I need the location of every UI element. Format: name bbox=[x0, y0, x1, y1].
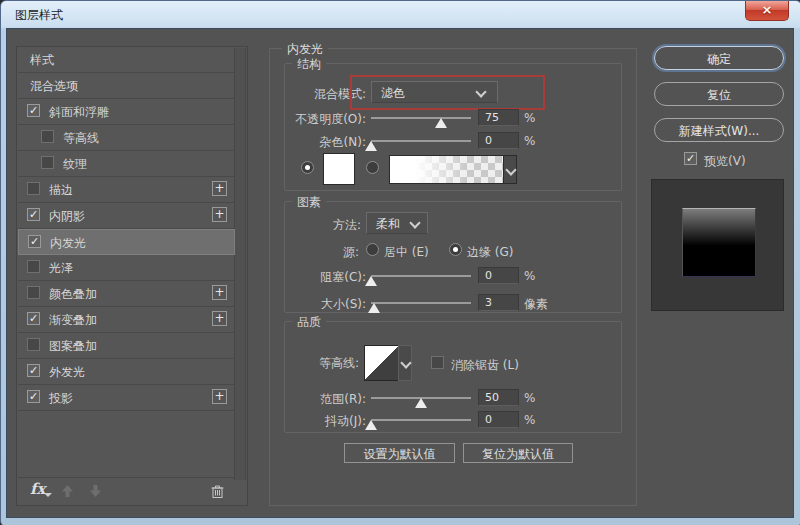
choke-slider[interactable] bbox=[371, 275, 471, 277]
add-stroke-button[interactable]: + bbox=[212, 181, 227, 196]
noise-slider-thumb[interactable] bbox=[365, 141, 377, 151]
checkbox-satin[interactable] bbox=[27, 260, 40, 273]
check-icon: ✓ bbox=[30, 235, 39, 248]
range-input[interactable]: 50 bbox=[478, 389, 519, 406]
choke-unit: % bbox=[524, 269, 535, 283]
glow-gradient-radio[interactable] bbox=[366, 161, 379, 174]
check-icon: ✓ bbox=[29, 104, 38, 117]
size-slider[interactable] bbox=[371, 302, 471, 304]
opacity-unit: % bbox=[524, 111, 535, 125]
sidebar-item-pattern-overlay[interactable]: 图案叠加 bbox=[18, 333, 235, 359]
chevron-down-icon bbox=[400, 357, 411, 368]
style-preview-panel bbox=[651, 179, 784, 311]
add-inner-shadow-button[interactable]: + bbox=[212, 207, 227, 222]
sidebar-item-bevel-emboss[interactable]: ✓斜面和浮雕 bbox=[18, 99, 235, 125]
add-drop-shadow-button[interactable]: + bbox=[212, 389, 227, 404]
noise-slider[interactable] bbox=[371, 140, 471, 142]
sidebar-item-texture[interactable]: 纹理 bbox=[18, 151, 235, 177]
opacity-input[interactable]: 75 bbox=[478, 109, 519, 126]
annotation-red-box bbox=[350, 75, 545, 110]
jitter-slider[interactable] bbox=[371, 419, 471, 421]
contour-thumbnail[interactable] bbox=[364, 345, 399, 381]
chevron-down-icon bbox=[505, 164, 516, 175]
opacity-label: 不透明度(O): bbox=[271, 111, 366, 128]
sidebar-item-inner-shadow[interactable]: ✓内阴影+ bbox=[18, 203, 235, 229]
style-list-panel: 样式 混合选项 ✓斜面和浮雕 等高线 纹理 描边+ ✓内阴影+ ✓内发光 光泽 … bbox=[16, 46, 248, 506]
source-edge-radio[interactable] bbox=[449, 243, 462, 256]
layer-style-dialog: 图层样式 × 样式 混合选项 ✓斜面和浮雕 等高线 纹理 描边+ ✓内阴影+ ✓… bbox=[0, 0, 800, 525]
choke-slider-thumb[interactable] bbox=[365, 276, 377, 286]
glow-gradient-bar[interactable] bbox=[389, 155, 504, 184]
sidebar-item-inner-glow[interactable]: ✓内发光 bbox=[18, 229, 235, 255]
sidebar-item-satin[interactable]: 光泽 bbox=[18, 255, 235, 281]
size-input[interactable]: 3 bbox=[478, 294, 519, 311]
add-color-overlay-button[interactable]: + bbox=[212, 285, 227, 300]
quality-group-title: 品质 bbox=[292, 314, 326, 331]
jitter-input[interactable]: 0 bbox=[478, 411, 519, 428]
noise-label: 杂色(N): bbox=[271, 134, 366, 151]
checkbox-texture[interactable] bbox=[41, 156, 54, 169]
checkbox-bevel-emboss[interactable]: ✓ bbox=[27, 104, 40, 117]
checkbox-pattern-overlay[interactable] bbox=[27, 338, 40, 351]
gradient-picker-button[interactable] bbox=[503, 155, 517, 184]
glow-color-swatch[interactable] bbox=[323, 153, 355, 185]
choke-input[interactable]: 0 bbox=[478, 267, 519, 284]
sidebar-item-stroke[interactable]: 描边+ bbox=[18, 177, 235, 203]
check-icon: ✓ bbox=[29, 208, 38, 221]
technique-select[interactable]: 柔和 bbox=[366, 212, 428, 234]
add-gradient-overlay-button[interactable]: + bbox=[212, 311, 227, 326]
set-default-button[interactable]: 设置为默认值 bbox=[344, 443, 455, 463]
opacity-slider-thumb[interactable] bbox=[435, 118, 447, 128]
fx-menu-button[interactable]: fx bbox=[30, 480, 45, 498]
glow-color-radio[interactable] bbox=[301, 161, 314, 174]
checkbox-drop-shadow[interactable]: ✓ bbox=[27, 390, 40, 403]
elements-group-title: 图素 bbox=[292, 194, 326, 211]
close-button[interactable]: × bbox=[745, 1, 789, 21]
range-slider[interactable] bbox=[371, 397, 471, 399]
reset-default-button[interactable]: 复位为默认值 bbox=[463, 443, 573, 463]
sidebar-item-gradient-overlay[interactable]: ✓渐变叠加+ bbox=[18, 307, 235, 333]
range-label: 范围(R): bbox=[271, 391, 366, 408]
noise-unit: % bbox=[524, 134, 535, 148]
contour-picker-button[interactable] bbox=[398, 345, 412, 381]
size-slider-thumb[interactable] bbox=[368, 303, 380, 313]
checkbox-color-overlay[interactable] bbox=[27, 286, 40, 299]
checkbox-inner-glow[interactable]: ✓ bbox=[28, 235, 41, 248]
source-center-radio[interactable] bbox=[366, 243, 379, 256]
checkbox-contour[interactable] bbox=[41, 130, 54, 143]
sidebar-item-outer-glow[interactable]: ✓外发光 bbox=[18, 359, 235, 385]
sidebar-item-color-overlay[interactable]: 颜色叠加+ bbox=[18, 281, 235, 307]
move-up-icon[interactable] bbox=[60, 484, 75, 501]
checkbox-gradient-overlay[interactable]: ✓ bbox=[27, 312, 40, 325]
opacity-slider[interactable] bbox=[371, 117, 471, 119]
reset-button[interactable]: 复位 bbox=[654, 82, 784, 106]
style-preview-thumbnail bbox=[682, 208, 756, 277]
size-unit: 像素 bbox=[524, 296, 548, 313]
choke-label: 阻塞(C): bbox=[271, 269, 366, 286]
checkbox-stroke[interactable] bbox=[27, 182, 40, 195]
jitter-slider-thumb[interactable] bbox=[365, 420, 377, 430]
sidebar-item-styles[interactable]: 样式 bbox=[18, 47, 235, 73]
antialias-checkbox[interactable] bbox=[431, 356, 444, 369]
jitter-unit: % bbox=[524, 413, 535, 427]
ok-button[interactable]: 确定 bbox=[654, 46, 784, 70]
range-unit: % bbox=[524, 391, 535, 405]
style-list-scrollbar[interactable] bbox=[234, 48, 246, 480]
checkbox-inner-shadow[interactable]: ✓ bbox=[27, 208, 40, 221]
chevron-down-icon bbox=[409, 217, 420, 228]
checkbox-outer-glow[interactable]: ✓ bbox=[27, 364, 40, 377]
new-style-button[interactable]: 新建样式(W)... bbox=[654, 118, 784, 142]
sidebar-item-drop-shadow[interactable]: ✓投影+ bbox=[18, 385, 235, 411]
sidebar-item-blending-options[interactable]: 混合选项 bbox=[18, 73, 235, 99]
noise-input[interactable]: 0 bbox=[478, 132, 519, 149]
structure-group-title: 结构 bbox=[292, 56, 326, 73]
contour-label: 等高线: bbox=[264, 355, 359, 372]
technique-value: 柔和 bbox=[376, 217, 400, 231]
delete-effect-icon[interactable] bbox=[210, 484, 225, 502]
source-center-label: 居中 (E) bbox=[384, 244, 429, 261]
range-slider-thumb[interactable] bbox=[415, 398, 427, 408]
move-down-icon[interactable] bbox=[88, 484, 103, 501]
preview-checkbox[interactable]: ✓ bbox=[684, 152, 697, 165]
antialias-label: 消除锯齿 (L) bbox=[451, 357, 519, 374]
sidebar-item-contour[interactable]: 等高线 bbox=[18, 125, 235, 151]
